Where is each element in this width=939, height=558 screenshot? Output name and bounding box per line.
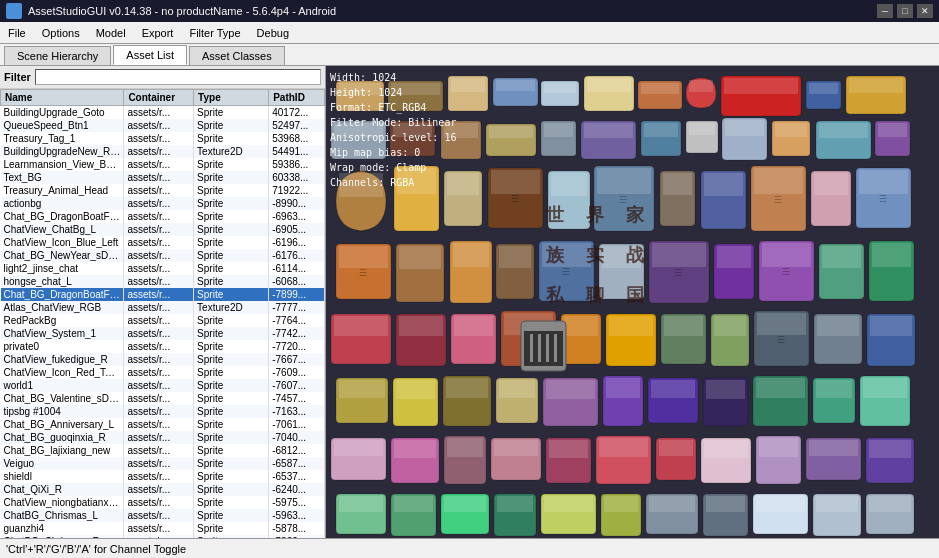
title-bar: AssetStudioGUI v0.14.38 - no productName… (0, 0, 939, 22)
filter-label: Filter (4, 71, 31, 83)
table-row[interactable]: Chat_BG_lajixiang_newassets/r...Sprite-6… (1, 444, 325, 457)
table-row[interactable]: Chat_BG_DragonBoatFestiv...assets/r...Sp… (1, 288, 325, 301)
atlas-canvas (326, 66, 939, 538)
filter-input[interactable] (35, 69, 321, 85)
table-row[interactable]: light2_jinse_chatassets/r...Sprite-6114.… (1, 262, 325, 275)
table-row[interactable]: ChatBG_Chrismas_Rassets/r...Sprite-5860.… (1, 535, 325, 538)
main-content: Filter Name Container Type PathID Buildi… (0, 66, 939, 538)
table-row[interactable]: ChatView_Icon_Red_TopRightassets/r...Spr… (1, 366, 325, 379)
table-header-row: Name Container Type PathID (1, 90, 325, 106)
menu-item-file[interactable]: File (0, 22, 34, 43)
table-row[interactable]: RedPackBgassets/r...Sprite-7764... (1, 314, 325, 327)
table-row[interactable]: Chat_QiXi_Rassets/r...Sprite-6240... (1, 483, 325, 496)
close-button[interactable]: ✕ (917, 4, 933, 18)
table-row[interactable]: BuildingUpgradeNew_RGBassets/r...Texture… (1, 145, 325, 158)
tab-asset-classes[interactable]: Asset Classes (189, 46, 285, 65)
menu-item-options[interactable]: Options (34, 22, 88, 43)
menu-bar: FileOptionsModelExportFilter TypeDebug (0, 22, 939, 44)
tab-scene-hierarchy[interactable]: Scene Hierarchy (4, 46, 111, 65)
menu-item-model[interactable]: Model (88, 22, 134, 43)
table-row[interactable]: Chat_BG_guoqinxia_Rassets/r...Sprite-704… (1, 431, 325, 444)
filter-bar: Filter (0, 66, 325, 89)
header-pathid[interactable]: PathID (269, 90, 325, 106)
header-type[interactable]: Type (194, 90, 269, 106)
table-row[interactable]: ChatView_ChatBg_Lassets/r...Sprite-6905.… (1, 223, 325, 236)
menu-item-export[interactable]: Export (134, 22, 182, 43)
table-row[interactable]: ChatView_System_1assets/r...Sprite-7742.… (1, 327, 325, 340)
table-row[interactable]: Treasury_Animal_Headassets/r...Sprite719… (1, 184, 325, 197)
asset-tbody: BuildingUpgrade_Gotoassets/r...Sprite401… (1, 106, 325, 539)
table-row[interactable]: Chat_BG_Anniversary_Lassets/r...Sprite-7… (1, 418, 325, 431)
right-panel: Width: 1024 Height: 1024 Format: ETC_RGB… (326, 66, 939, 538)
table-row[interactable]: actionbgassets/r...Sprite-8990... (1, 197, 325, 210)
left-panel: Filter Name Container Type PathID Buildi… (0, 66, 326, 538)
header-container[interactable]: Container (124, 90, 194, 106)
table-row[interactable]: Chat_BG_DragonBoatFestiv...assets/r...Sp… (1, 210, 325, 223)
tabs-area: Scene HierarchyAsset ListAsset Classes (0, 44, 939, 66)
table-row[interactable]: Text_BGassets/r...Sprite60338... (1, 171, 325, 184)
table-row[interactable]: Veiguoassets/r...Sprite-6587... (1, 457, 325, 470)
table-row[interactable]: ChatView_niongbatianxia_Lassets/r...Spri… (1, 496, 325, 509)
title-text: AssetStudioGUI v0.14.38 - no productName… (28, 5, 336, 17)
minimize-button[interactable]: ─ (877, 4, 893, 18)
table-row[interactable]: world1assets/r...Sprite-7607... (1, 379, 325, 392)
menu-item-filter-type[interactable]: Filter Type (181, 22, 248, 43)
preview-canvas (326, 66, 939, 538)
table-row[interactable]: Chat_BG_NewYear_sDay_Rassets/r...Sprite-… (1, 249, 325, 262)
table-row[interactable]: Chat_BG_Valentine_sDay_Lassets/r...Sprit… (1, 392, 325, 405)
header-name[interactable]: Name (1, 90, 124, 106)
maximize-button[interactable]: □ (897, 4, 913, 18)
app-icon (6, 3, 22, 19)
table-row[interactable]: Atlas_ChatView_RGBassets/r...Texture2D-7… (1, 301, 325, 314)
window-controls: ─ □ ✕ (877, 4, 933, 18)
table-row[interactable]: ChatView_Icon_Blue_Leftassets/r...Sprite… (1, 236, 325, 249)
title-bar-left: AssetStudioGUI v0.14.38 - no productName… (6, 3, 336, 19)
table-row[interactable]: guanzhi4assets/r...Sprite-5878... (1, 522, 325, 535)
status-bar: 'Ctrl'+'R'/'G'/'B'/'A' for Channel Toggl… (0, 538, 939, 558)
table-row[interactable]: Treasury_Tag_1assets/r...Sprite53968... (1, 132, 325, 145)
table-row[interactable]: hongse_chat_Lassets/r...Sprite-6068... (1, 275, 325, 288)
table-row[interactable]: tipsbg #1004assets/r...Sprite-7163... (1, 405, 325, 418)
table-row[interactable]: shieldlassets/r...Sprite-6537... (1, 470, 325, 483)
table-row[interactable]: ChatView_fukedigue_Rassets/r...Sprite-76… (1, 353, 325, 366)
table-row[interactable]: QueueSpeed_Btn1assets/r...Sprite52497... (1, 119, 325, 132)
table-row[interactable]: private0assets/r...Sprite-7720... (1, 340, 325, 353)
tab-asset-list[interactable]: Asset List (113, 45, 187, 65)
menu-item-debug[interactable]: Debug (249, 22, 297, 43)
status-text: 'Ctrl'+'R'/'G'/'B'/'A' for Channel Toggl… (6, 543, 186, 555)
table-row[interactable]: Learnmansion_View_Button_1assets/r...Spr… (1, 158, 325, 171)
table-row[interactable]: BuildingUpgrade_Gotoassets/r...Sprite401… (1, 106, 325, 120)
asset-table[interactable]: Name Container Type PathID BuildingUpgra… (0, 89, 325, 538)
table-row[interactable]: ChatBG_Chrismas_Lassets/r...Sprite-5963.… (1, 509, 325, 522)
